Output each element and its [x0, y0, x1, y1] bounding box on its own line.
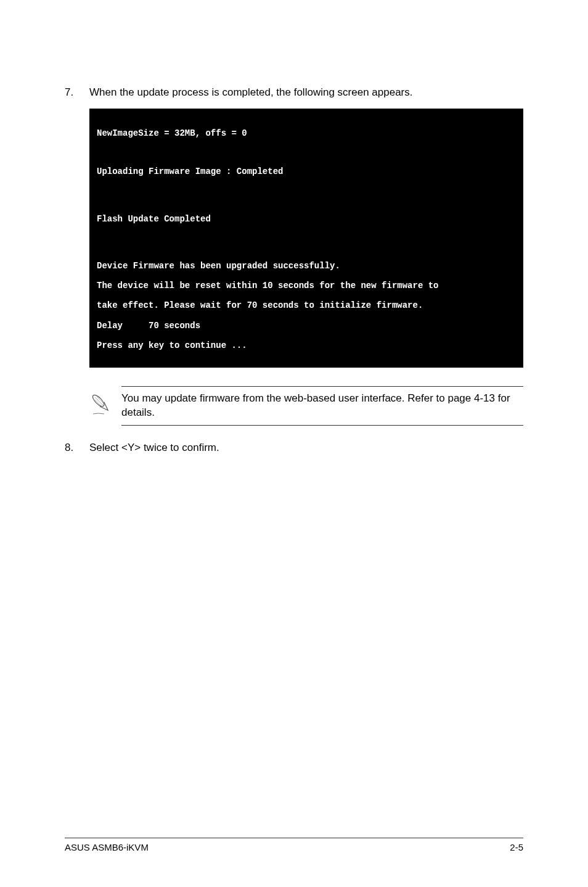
terminal-line: Press any key to continue ...	[97, 340, 516, 350]
pencil-icon	[89, 392, 121, 418]
terminal-output: NewImageSize = 32MB, offs = 0 Uploading …	[89, 109, 523, 368]
step-number-7: 7.	[65, 86, 89, 99]
terminal-line: Delay 70 seconds	[97, 321, 516, 331]
footer-page-number: 2-5	[510, 842, 523, 852]
footer-left: ASUS ASMB6-iKVM	[65, 842, 149, 852]
terminal-line: NewImageSize = 32MB, offs = 0	[97, 128, 516, 138]
step-number-8: 8.	[65, 442, 89, 454]
step-7: 7. When the update process is completed,…	[65, 86, 523, 99]
divider	[65, 838, 523, 838]
terminal-line: Uploading Firmware Image : Completed	[97, 167, 516, 176]
step-text-7: When the update process is completed, th…	[89, 86, 523, 99]
page-footer: ASUS ASMB6-iKVM 2-5	[65, 838, 523, 852]
step-text-8: Select <Y> twice to confirm.	[89, 442, 523, 454]
terminal-line: take effect. Please wait for 70 seconds …	[97, 300, 516, 310]
terminal-line: Flash Update Completed	[97, 214, 516, 224]
note-text: You may update firmware from the web-bas…	[121, 392, 523, 420]
terminal-line: The device will be reset within 10 secon…	[97, 281, 516, 291]
svg-line-2	[95, 397, 104, 406]
note-section: You may update firmware from the web-bas…	[89, 386, 523, 426]
step-8: 8. Select <Y> twice to confirm.	[65, 442, 523, 454]
terminal-line: Device Firmware has been upgraded succes…	[97, 261, 516, 271]
divider	[121, 425, 523, 426]
